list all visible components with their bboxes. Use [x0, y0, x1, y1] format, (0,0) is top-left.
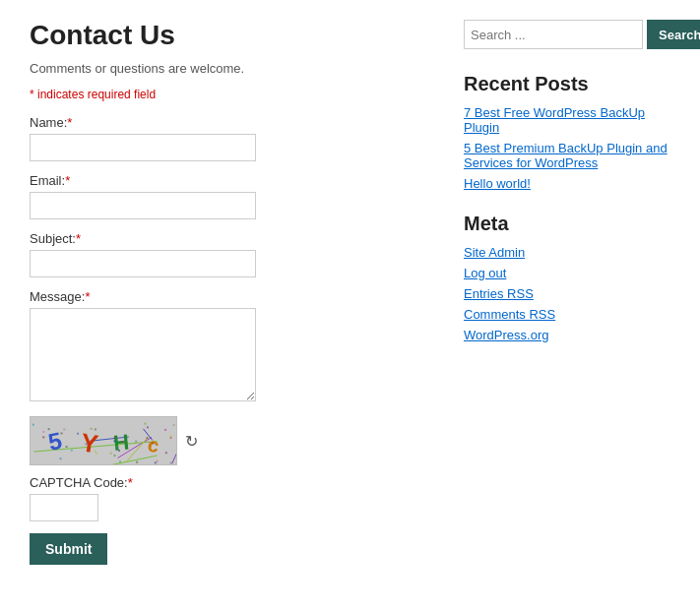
subtitle: Comments or questions are welcome.: [30, 61, 424, 76]
page-wrapper: Contact Us Comments or questions are wel…: [0, 0, 700, 584]
message-required: *: [85, 289, 90, 304]
page-title: Contact Us: [30, 20, 424, 51]
name-group: Name:*: [30, 115, 424, 161]
recent-posts-list: 7 Best Free WordPress BackUp Plugin 5 Be…: [464, 105, 670, 191]
captcha-label: CAPTCHA Code:*: [30, 475, 424, 490]
captcha-required: *: [128, 475, 133, 490]
post-link-1[interactable]: 5 Best Premium BackUp Plugin and Service…: [464, 141, 670, 170]
meta-section: Meta Site Admin Log out Entries RSS Comm…: [464, 213, 670, 342]
email-required: *: [65, 173, 70, 188]
meta-link-4[interactable]: WordPress.org: [464, 328, 670, 342]
required-note: * indicates required field: [30, 88, 424, 101]
subject-required: *: [76, 231, 81, 246]
meta-link-0[interactable]: Site Admin: [464, 245, 670, 260]
email-group: Email:*: [30, 173, 424, 219]
search-input[interactable]: [464, 20, 643, 49]
meta-links-list: Site Admin Log out Entries RSS Comments …: [464, 245, 670, 342]
required-note-text: indicates required field: [37, 88, 156, 101]
subject-input[interactable]: [30, 250, 256, 277]
submit-button[interactable]: Submit: [30, 533, 107, 565]
sidebar: Search Recent Posts 7 Best Free WordPres…: [464, 20, 670, 565]
name-required: *: [67, 115, 72, 130]
captcha-input[interactable]: [30, 494, 98, 521]
recent-posts-section: Recent Posts 7 Best Free WordPress BackU…: [464, 73, 670, 191]
name-input[interactable]: [30, 134, 256, 161]
meta-heading: Meta: [464, 213, 670, 235]
captcha-image: [30, 416, 177, 465]
message-group: Message:*: [30, 289, 424, 404]
message-input[interactable]: [30, 308, 256, 401]
name-label: Name:*: [30, 115, 424, 130]
subject-group: Subject:*: [30, 231, 424, 277]
email-label: Email:*: [30, 173, 424, 188]
required-star: *: [30, 88, 34, 101]
captcha-code-group: CAPTCHA Code:*: [30, 475, 424, 521]
meta-link-3[interactable]: Comments RSS: [464, 307, 670, 322]
subject-label: Subject:*: [30, 231, 424, 246]
message-label: Message:*: [30, 289, 424, 304]
recent-posts-heading: Recent Posts: [464, 73, 670, 95]
main-content: Contact Us Comments or questions are wel…: [30, 20, 424, 565]
captcha-refresh-icon[interactable]: ↻: [185, 432, 198, 451]
search-button[interactable]: Search: [647, 20, 700, 49]
meta-link-2[interactable]: Entries RSS: [464, 286, 670, 301]
meta-link-1[interactable]: Log out: [464, 266, 670, 280]
post-link-2[interactable]: Hello world!: [464, 176, 670, 191]
email-input[interactable]: [30, 192, 256, 219]
contact-form: Name:* Email:* Subject:*: [30, 115, 424, 565]
captcha-container: ↻: [30, 416, 424, 465]
search-widget: Search: [464, 20, 670, 49]
post-link-0[interactable]: 7 Best Free WordPress BackUp Plugin: [464, 105, 670, 135]
